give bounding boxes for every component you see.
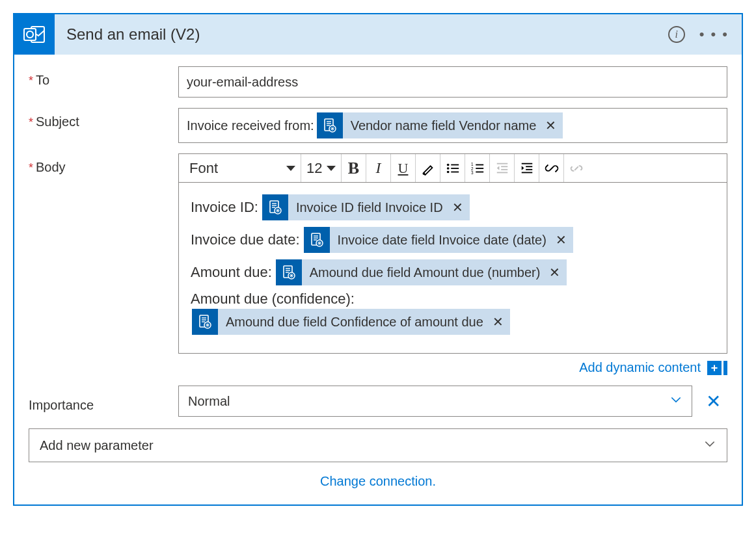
body-text: Amount due: xyxy=(191,264,272,281)
indent-button[interactable] xyxy=(515,154,539,182)
unlink-button[interactable] xyxy=(564,154,589,182)
caret-down-icon xyxy=(286,166,295,171)
form-processor-icon xyxy=(304,227,330,253)
font-select[interactable]: Font xyxy=(184,154,301,182)
form-processor-icon xyxy=(262,194,288,220)
underline-button[interactable]: U xyxy=(391,154,416,182)
token-remove-icon[interactable]: ✕ xyxy=(554,232,573,248)
add-dynamic-content-button[interactable]: + xyxy=(707,361,727,375)
expand-bar-icon xyxy=(723,361,727,375)
plus-icon: + xyxy=(707,361,722,375)
italic-button[interactable]: I xyxy=(366,154,391,182)
body-text: Invoice ID: xyxy=(191,199,258,216)
token-text: Amound due field Confidence of amount du… xyxy=(218,315,491,330)
to-row: To your-email-address xyxy=(29,66,727,98)
svg-point-10 xyxy=(446,167,449,170)
to-input[interactable]: your-email-address xyxy=(178,66,727,98)
chevron-down-icon xyxy=(669,393,682,406)
importance-row: Importance Normal ✕ xyxy=(29,386,727,417)
dynamic-token[interactable]: Amound due field Amount due (number)✕ xyxy=(276,259,567,285)
importance-select[interactable]: Normal xyxy=(178,386,692,417)
body-line: Amount due: Amound due field Amount due … xyxy=(191,258,715,287)
header-actions: i • • • xyxy=(668,26,729,43)
editor-toolbar: Font 12 B I U xyxy=(178,153,727,182)
token-text: Amound due field Amount due (number) xyxy=(302,265,548,280)
size-select[interactable]: 12 xyxy=(301,154,342,182)
card-body: To your-email-address Subject Invoice re… xyxy=(14,55,742,504)
info-icon[interactable]: i xyxy=(668,26,685,43)
card-header[interactable]: Send an email (V2) i • • • xyxy=(14,14,742,55)
svg-point-8 xyxy=(422,172,425,175)
card-title: Send an email (V2) xyxy=(66,25,668,44)
svg-rect-1 xyxy=(24,29,36,40)
token-remove-icon[interactable]: ✕ xyxy=(491,314,510,330)
form-processor-icon xyxy=(317,112,343,138)
form-processor-icon xyxy=(276,259,302,285)
caret-down-icon xyxy=(327,166,336,171)
body-line: Amount due (confidence):Amound due field… xyxy=(191,291,715,336)
subject-input[interactable]: Invoice received from: Vendor name field… xyxy=(178,108,727,143)
dynamic-token[interactable]: Invoice date field Invoice date (date)✕ xyxy=(304,227,573,253)
numbered-list-button[interactable]: 123 xyxy=(465,154,490,182)
svg-point-9 xyxy=(446,163,449,166)
body-label: Body xyxy=(29,153,178,175)
token-vendor-name[interactable]: Vendor name field Vendor name ✕ xyxy=(317,112,563,138)
token-remove-icon[interactable]: ✕ xyxy=(548,265,567,280)
color-picker-button[interactable] xyxy=(416,154,440,182)
body-text: Amount due (confidence): xyxy=(191,291,712,308)
body-row: Body Font 12 B I U xyxy=(29,153,727,375)
size-label: 12 xyxy=(306,160,322,177)
font-label: Font xyxy=(189,160,218,177)
add-dynamic-content-link[interactable]: Add dynamic content xyxy=(579,360,701,375)
outdent-button[interactable] xyxy=(490,154,515,182)
dynamic-token[interactable]: Amound due field Confidence of amount du… xyxy=(192,309,510,335)
remove-parameter-button[interactable]: ✕ xyxy=(699,391,727,412)
subject-prefix: Invoice received from: xyxy=(187,118,314,133)
importance-value: Normal xyxy=(188,394,230,409)
action-card: Send an email (V2) i • • • To your-email… xyxy=(13,13,743,506)
body-editor[interactable]: Invoice ID: Invoice ID field Invoice ID✕… xyxy=(178,182,727,354)
token-remove-icon[interactable]: ✕ xyxy=(451,200,470,215)
svg-point-11 xyxy=(446,170,449,173)
add-dynamic-row: Add dynamic content + xyxy=(178,360,727,375)
svg-text:3: 3 xyxy=(470,170,473,175)
link-button[interactable] xyxy=(539,154,564,182)
token-text: Invoice date field Invoice date (date) xyxy=(330,233,554,248)
outlook-icon xyxy=(14,14,55,55)
bullet-list-button[interactable] xyxy=(440,154,465,182)
add-parameter-select[interactable]: Add new parameter xyxy=(29,428,727,462)
form-processor-icon xyxy=(192,309,218,335)
body-text: Invoice due date: xyxy=(191,231,300,248)
body-line: Invoice ID: Invoice ID field Invoice ID✕ xyxy=(191,193,715,222)
subject-label: Subject xyxy=(29,108,178,129)
add-parameter-label: Add new parameter xyxy=(40,438,154,453)
importance-label: Importance xyxy=(29,390,178,413)
token-remove-icon[interactable]: ✕ xyxy=(544,118,563,133)
change-connection-link[interactable]: Change connection. xyxy=(29,474,727,498)
more-menu-icon[interactable]: • • • xyxy=(699,27,729,42)
to-label: To xyxy=(29,66,178,88)
token-text: Vendor name field Vendor name xyxy=(343,118,545,133)
bold-button[interactable]: B xyxy=(342,154,366,182)
token-text: Invoice ID field Invoice ID xyxy=(288,200,451,215)
subject-row: Subject Invoice received from: Vendor na… xyxy=(29,108,727,143)
body-line: Invoice due date: Invoice date field Inv… xyxy=(191,226,715,254)
to-value: your-email-address xyxy=(187,75,298,90)
dynamic-token[interactable]: Invoice ID field Invoice ID✕ xyxy=(262,194,470,220)
chevron-down-icon xyxy=(703,437,716,450)
